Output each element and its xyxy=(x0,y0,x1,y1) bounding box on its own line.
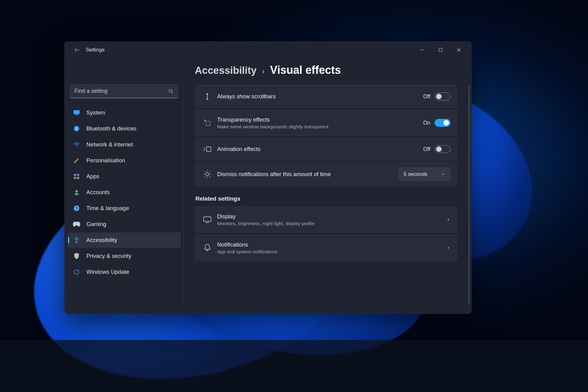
setting-label: Transparency effects xyxy=(217,116,423,123)
svg-rect-14 xyxy=(206,121,210,126)
bluetooth-icon xyxy=(72,124,81,133)
toggle-state-label: Off xyxy=(423,93,430,100)
clock-icon xyxy=(72,204,81,213)
select-value: 5 seconds xyxy=(404,171,428,177)
close-button[interactable] xyxy=(450,43,468,57)
maximize-button[interactable] xyxy=(431,43,450,57)
svg-rect-17 xyxy=(204,217,211,221)
back-button[interactable] xyxy=(71,47,81,53)
svg-point-13 xyxy=(76,237,77,238)
related-subtitle: App and system notifications xyxy=(217,249,446,254)
related-list: Display Monitors, brightness, night ligh… xyxy=(195,206,457,261)
related-heading: Related settings xyxy=(195,195,462,202)
setting-animation: Animation effects Off xyxy=(195,138,457,160)
setting-dismiss-time: Dismiss notifications after this amount … xyxy=(195,162,457,186)
svg-rect-10 xyxy=(77,177,79,179)
svg-point-11 xyxy=(75,190,78,193)
related-display[interactable]: Display Monitors, brightness, night ligh… xyxy=(195,206,457,233)
sidebar-item-label: Accounts xyxy=(86,189,110,196)
close-icon xyxy=(457,48,461,52)
svg-rect-2 xyxy=(74,110,80,114)
svg-rect-15 xyxy=(206,147,211,152)
search-icon xyxy=(168,89,174,94)
chevron-right-icon xyxy=(446,246,450,250)
brush-icon xyxy=(72,156,81,165)
maximize-icon xyxy=(439,48,443,52)
scrollbar[interactable] xyxy=(468,86,470,305)
setting-label: Dismiss notifications after this amount … xyxy=(217,171,398,178)
scrollbars-toggle[interactable] xyxy=(435,92,450,100)
sidebar-item-label: System xyxy=(86,109,105,116)
sidebar-item-label: Accessibility xyxy=(86,237,117,243)
sidebar-item-time[interactable]: Time & language xyxy=(67,201,181,216)
minimize-icon xyxy=(420,48,424,52)
chevron-down-icon xyxy=(441,172,445,176)
window-title: Settings xyxy=(86,47,104,53)
minimize-button[interactable] xyxy=(413,43,431,57)
grid-icon xyxy=(72,172,81,181)
sidebar-item-label: Privacy & security xyxy=(86,253,131,259)
main-content: Accessibility › Visual effects Always sh… xyxy=(184,58,472,314)
sidebar-item-privacy[interactable]: Privacy & security xyxy=(67,248,181,264)
sidebar-item-label: Apps xyxy=(86,173,99,180)
sparkle-icon xyxy=(201,119,214,127)
breadcrumb: Accessibility › Visual effects xyxy=(195,64,462,77)
person-icon xyxy=(72,188,81,197)
brightness-icon xyxy=(201,170,214,179)
monitor-icon xyxy=(72,108,81,117)
sidebar-item-label: Windows Update xyxy=(86,269,129,275)
setting-scrollbars: Always show scrollbars Off xyxy=(195,85,457,108)
sidebar-item-gaming[interactable]: Gaming xyxy=(67,217,181,232)
sidebar-item-apps[interactable]: Apps xyxy=(67,169,181,184)
setting-transparency: Transparency effects Make some window ba… xyxy=(195,110,457,136)
update-icon xyxy=(72,268,81,276)
search-input[interactable]: Find a setting xyxy=(70,84,178,98)
setting-label: Always show scrollbars xyxy=(217,93,423,100)
settings-window: Settings Find a setting xyxy=(64,41,472,314)
sidebar-item-update[interactable]: Windows Update xyxy=(67,264,181,280)
sidebar: Find a setting System Bluetooth & devic xyxy=(64,58,184,314)
toggle-state-label: On xyxy=(423,120,430,126)
svg-point-16 xyxy=(206,173,209,176)
search-placeholder: Find a setting xyxy=(74,88,168,94)
display-icon xyxy=(201,216,214,223)
svg-rect-9 xyxy=(74,177,76,179)
scrollbars-icon xyxy=(201,92,214,101)
accessibility-icon xyxy=(72,236,81,244)
breadcrumb-parent[interactable]: Accessibility xyxy=(195,65,257,76)
titlebar: Settings xyxy=(64,41,472,58)
sidebar-item-network[interactable]: Network & internet xyxy=(67,137,181,152)
page-title: Visual effects xyxy=(270,64,341,77)
animation-toggle[interactable] xyxy=(435,145,450,153)
svg-point-6 xyxy=(74,161,76,163)
svg-point-5 xyxy=(76,146,77,147)
animation-icon xyxy=(201,146,214,153)
related-notifications[interactable]: Notifications App and system notificatio… xyxy=(195,235,457,261)
dismiss-time-select[interactable]: 5 seconds xyxy=(398,168,450,181)
toggle-state-label: Off xyxy=(423,146,430,153)
sidebar-item-accessibility[interactable]: Accessibility xyxy=(67,232,181,248)
wifi-icon xyxy=(72,140,81,149)
sidebar-item-accounts[interactable]: Accounts xyxy=(67,185,181,200)
chevron-right-icon: › xyxy=(262,67,265,76)
sidebar-item-system[interactable]: System xyxy=(67,105,181,120)
sidebar-item-label: Bluetooth & devices xyxy=(86,125,137,132)
svg-rect-3 xyxy=(75,114,77,115)
svg-point-1 xyxy=(169,89,172,92)
transparency-toggle[interactable] xyxy=(435,119,450,127)
settings-list: Always show scrollbars Off Transparency … xyxy=(195,85,457,186)
setting-subtitle: Make some window backgrounds slightly tr… xyxy=(217,124,423,130)
sidebar-item-label: Gaming xyxy=(86,221,106,228)
sidebar-item-label: Personalisation xyxy=(86,157,125,164)
shield-icon xyxy=(72,252,81,260)
bell-icon xyxy=(201,244,214,252)
setting-label: Animation effects xyxy=(217,146,423,153)
chevron-right-icon xyxy=(446,217,450,222)
related-label: Notifications xyxy=(217,241,446,248)
svg-rect-0 xyxy=(439,48,442,51)
related-label: Display xyxy=(217,213,446,220)
sidebar-item-bluetooth[interactable]: Bluetooth & devices xyxy=(67,121,181,136)
svg-rect-7 xyxy=(74,174,76,176)
gamepad-icon xyxy=(72,220,81,228)
sidebar-item-personalisation[interactable]: Personalisation xyxy=(67,153,181,168)
